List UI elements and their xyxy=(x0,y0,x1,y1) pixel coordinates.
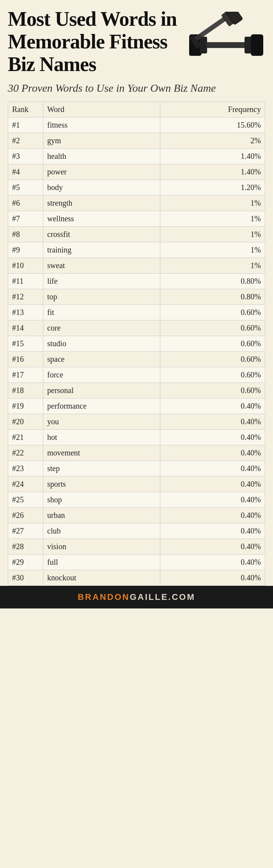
cell-frequency: 0.40% xyxy=(160,414,265,430)
cell-frequency: 0.40% xyxy=(160,555,265,570)
table-row: #25shop0.40% xyxy=(8,492,265,508)
table-row: #9training1% xyxy=(8,242,265,258)
table-row: #22movement0.40% xyxy=(8,445,265,461)
svg-rect-2 xyxy=(206,42,246,48)
table-row: #6strength1% xyxy=(8,196,265,211)
cell-word: movement xyxy=(43,445,160,461)
cell-frequency: 2% xyxy=(160,133,265,149)
cell-frequency: 0.40% xyxy=(160,477,265,492)
cell-rank: #26 xyxy=(8,508,43,523)
table-row: #2gym2% xyxy=(8,133,265,149)
cell-word: knockout xyxy=(43,570,160,586)
cell-rank: #2 xyxy=(8,133,43,149)
cell-rank: #19 xyxy=(8,398,43,414)
table-row: #30knockout0.40% xyxy=(8,570,265,586)
cell-word: top xyxy=(43,289,160,305)
cell-word: training xyxy=(43,242,160,258)
cell-rank: #20 xyxy=(8,414,43,430)
footer-brand: BRANDONGAILLE.COM xyxy=(78,592,195,602)
table-row: #11life0.80% xyxy=(8,274,265,289)
cell-word: you xyxy=(43,414,160,430)
cell-rank: #18 xyxy=(8,383,43,398)
cell-frequency: 0.60% xyxy=(160,320,265,336)
table-row: #21hot0.40% xyxy=(8,430,265,445)
cell-word: life xyxy=(43,274,160,289)
table-row: #28vision0.40% xyxy=(8,539,265,555)
cell-rank: #30 xyxy=(8,570,43,586)
cell-word: power xyxy=(43,164,160,180)
cell-rank: #9 xyxy=(8,242,43,258)
table-row: #7wellness1% xyxy=(8,211,265,227)
page-container: Most Used Words in Memorable Fitness Biz… xyxy=(0,0,273,586)
cell-word: sweat xyxy=(43,258,160,274)
table-row: #24sports0.40% xyxy=(8,477,265,492)
svg-rect-3 xyxy=(245,37,252,53)
title-block: Most Used Words in Memorable Fitness Biz… xyxy=(8,8,187,76)
table-row: #18personal0.60% xyxy=(8,383,265,398)
table-row: #27club0.40% xyxy=(8,523,265,539)
cell-rank: #15 xyxy=(8,336,43,352)
cell-frequency: 0.40% xyxy=(160,523,265,539)
cell-frequency: 0.40% xyxy=(160,445,265,461)
header-section: Most Used Words in Memorable Fitness Biz… xyxy=(8,8,265,78)
cell-frequency: 1.40% xyxy=(160,164,265,180)
cell-rank: #11 xyxy=(8,274,43,289)
table-row: #23step0.40% xyxy=(8,461,265,477)
cell-rank: #25 xyxy=(8,492,43,508)
cell-rank: #3 xyxy=(8,149,43,164)
svg-rect-4 xyxy=(251,34,263,56)
cell-frequency: 1% xyxy=(160,242,265,258)
table-row: #17force0.60% xyxy=(8,367,265,383)
table-row: #10sweat1% xyxy=(8,258,265,274)
col-header-frequency: Frequency xyxy=(160,102,265,117)
footer-brand-normal: GAILLE.COM xyxy=(130,592,195,602)
col-header-word: Word xyxy=(43,102,160,117)
cell-rank: #12 xyxy=(8,289,43,305)
cell-rank: #24 xyxy=(8,477,43,492)
table-row: #16space0.60% xyxy=(8,352,265,367)
cell-frequency: 0.40% xyxy=(160,492,265,508)
dumbbell-icon xyxy=(187,8,265,78)
cell-word: core xyxy=(43,320,160,336)
cell-word: vision xyxy=(43,539,160,555)
footer-brand-highlight: BRANDON xyxy=(78,592,129,602)
cell-frequency: 1% xyxy=(160,211,265,227)
cell-rank: #29 xyxy=(8,555,43,570)
table-row: #12top0.80% xyxy=(8,289,265,305)
cell-rank: #1 xyxy=(8,117,43,133)
cell-word: force xyxy=(43,367,160,383)
cell-rank: #27 xyxy=(8,523,43,539)
cell-word: hot xyxy=(43,430,160,445)
cell-rank: #28 xyxy=(8,539,43,555)
main-title: Most Used Words in Memorable Fitness Biz… xyxy=(8,8,187,76)
table-row: #20you0.40% xyxy=(8,414,265,430)
cell-frequency: 0.80% xyxy=(160,289,265,305)
cell-word: performance xyxy=(43,398,160,414)
cell-rank: #13 xyxy=(8,305,43,320)
cell-rank: #21 xyxy=(8,430,43,445)
svg-rect-7 xyxy=(195,17,226,41)
table-row: #4power1.40% xyxy=(8,164,265,180)
table-row: #8crossfit1% xyxy=(8,227,265,242)
cell-word: space xyxy=(43,352,160,367)
svg-rect-1 xyxy=(200,37,207,53)
cell-frequency: 0.60% xyxy=(160,352,265,367)
cell-word: urban xyxy=(43,508,160,523)
cell-word: studio xyxy=(43,336,160,352)
col-header-rank: Rank xyxy=(8,102,43,117)
cell-rank: #7 xyxy=(8,211,43,227)
cell-rank: #10 xyxy=(8,258,43,274)
table-row: #29full0.40% xyxy=(8,555,265,570)
cell-frequency: 1% xyxy=(160,227,265,242)
cell-frequency: 0.40% xyxy=(160,508,265,523)
cell-word: full xyxy=(43,555,160,570)
cell-frequency: 0.60% xyxy=(160,305,265,320)
cell-word: wellness xyxy=(43,211,160,227)
cell-word: personal xyxy=(43,383,160,398)
cell-frequency: 0.60% xyxy=(160,367,265,383)
cell-word: body xyxy=(43,180,160,196)
cell-frequency: 0.80% xyxy=(160,274,265,289)
table-row: #26urban0.40% xyxy=(8,508,265,523)
table-row: #14core0.60% xyxy=(8,320,265,336)
cell-word: fitness xyxy=(43,117,160,133)
